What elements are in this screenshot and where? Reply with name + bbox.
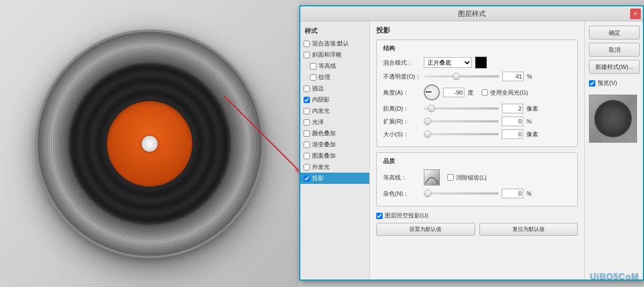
noise-row: 杂色(N)： % [383,189,571,198]
style-label-drop-shadow: 投影 [312,174,324,182]
antialiased-checkbox[interactable] [447,174,454,181]
contour-row: 等高线： 消除锯齿(L) [383,169,571,185]
style-checkbox-color-overlay[interactable] [304,130,310,137]
cancel-button[interactable]: 取消 [589,43,640,57]
opacity-slider-track[interactable] [424,75,499,77]
style-checkbox-outer-glow[interactable] [304,164,310,170]
settings-panel: 投影 结构 混合模式： 正片叠底 不透明度(O)： [370,21,584,280]
canvas-area [0,0,299,287]
style-label-satin: 光泽 [312,118,324,126]
ok-button[interactable]: 确定 [589,26,640,40]
antialiased-label[interactable]: 消除锯齿(L) [447,174,486,182]
style-checkbox-stroke[interactable] [304,86,310,92]
style-checkbox-texture[interactable] [310,74,316,81]
noise-thumb[interactable] [424,190,431,197]
style-item-drop-shadow[interactable]: 投影 [300,173,369,184]
size-label: 大小(S)： [383,130,421,138]
style-label-color-overlay: 颜色叠加 [312,129,336,137]
knockout-text: 图层挖空投影(U) [385,212,428,220]
style-checkbox-pattern-overlay[interactable] [304,153,310,159]
size-input[interactable] [502,129,523,139]
preview-inner [594,100,632,137]
global-light-checkbox[interactable] [482,89,488,96]
style-checkbox-blend[interactable] [304,41,310,47]
set-default-button[interactable]: 设置为默认值 [376,223,475,236]
noise-input[interactable] [502,189,523,198]
spread-input[interactable] [502,117,523,126]
blend-label: 混合模式： [383,59,421,67]
spread-row: 扩展(R)： % [383,117,571,126]
blend-mode-row: 混合模式： 正片叠底 [383,57,571,68]
preview-area [589,95,637,143]
style-item-inner-glow[interactable]: 内发光 [300,105,369,117]
global-light-text: 使用全局光(G) [490,89,528,97]
preview-label[interactable]: 预览(V) [589,79,639,87]
dialog-titlebar: 图层样式 × [300,6,643,21]
style-item-color-overlay[interactable]: 颜色叠加 [300,128,369,139]
style-item-bevel[interactable]: 斜面和浮雕 [300,49,369,60]
style-label-inner-glow: 内发光 [312,107,330,115]
style-item-texture[interactable]: 纹理 [300,72,369,83]
style-label-gradient-overlay: 渐变叠加 [312,141,336,149]
angle-label: 角度(A)： [383,89,421,97]
spread-thumb[interactable] [424,118,431,125]
style-item-satin[interactable]: 光泽 [300,117,369,128]
knockout-label[interactable]: 图层挖空投影(U) [376,212,428,220]
size-slider[interactable] [424,133,499,135]
style-label-stroke: 描边 [312,84,324,92]
angle-row: 角度(A)： 度 使用全局光(G) [383,84,571,100]
contour-preview[interactable] [424,169,440,185]
blend-color-swatch[interactable] [475,57,487,68]
size-unit: 像素 [526,130,538,138]
style-item-gradient-overlay[interactable]: 渐变叠加 [300,139,369,150]
preview-checkbox[interactable] [589,80,595,87]
style-item-contour[interactable]: 等高线 [300,60,369,72]
new-style-button[interactable]: 新建样式(W)... [589,60,640,74]
distance-input[interactable] [502,104,523,113]
preview-text: 预览(V) [598,79,617,87]
style-checkbox-satin[interactable] [304,119,310,126]
close-button[interactable]: × [630,9,641,19]
bottom-buttons: 设置为默认值 复位为默认值 [376,223,578,236]
dialog-title: 图层样式 [458,9,486,19]
style-checkbox-inner-glow[interactable] [304,108,310,114]
spread-slider[interactable] [424,120,499,122]
style-item-blend[interactable]: 混合选项:默认 [300,38,369,49]
reset-default-button[interactable]: 复位为默认值 [479,223,578,236]
distance-label: 距离(D)： [383,105,421,113]
quality-title: 品质 [383,157,571,165]
style-checkbox-inner-shadow[interactable] [304,97,310,103]
size-thumb[interactable] [424,130,431,138]
style-checkbox-gradient-overlay[interactable] [304,142,310,148]
angle-needle [426,92,432,93]
opacity-row: 不透明度(O)： % [383,72,571,81]
record-label [107,101,192,187]
distance-thumb[interactable] [428,105,435,112]
global-light-label[interactable]: 使用全局光(G) [482,89,528,97]
blend-mode-select[interactable]: 正片叠底 [424,57,472,68]
style-checkbox-contour[interactable] [310,63,316,69]
knockout-checkbox[interactable] [376,213,383,219]
opacity-label: 不透明度(O)： [383,73,421,81]
style-item-stroke[interactable]: 描边 [300,83,369,94]
distance-slider[interactable] [424,107,499,110]
style-label-contour: 等高线 [319,62,336,70]
buttons-panel: 确定 取消 新建样式(W)... 预览(V) [584,21,643,280]
spread-label: 扩展(R)： [383,118,421,126]
style-item-pattern-overlay[interactable]: 图案叠加 [300,150,369,161]
style-label-outer-glow: 外发光 [312,163,330,171]
vinyl-record [37,32,262,256]
drop-shadow-title: 投影 [376,26,578,36]
style-item-inner-shadow[interactable]: 内阴影 [300,94,369,105]
noise-label: 杂色(N)： [383,190,421,198]
noise-slider[interactable] [424,192,499,195]
style-checkbox-bevel[interactable] [304,52,310,58]
angle-dial[interactable] [424,84,440,100]
opacity-input[interactable] [502,72,524,81]
style-item-outer-glow[interactable]: 外发光 [300,161,369,173]
style-checkbox-drop-shadow[interactable] [304,175,310,182]
noise-unit: % [526,190,537,197]
angle-input[interactable] [443,88,464,97]
opacity-slider-thumb[interactable] [453,73,460,80]
structure-title: 结构 [383,44,571,52]
